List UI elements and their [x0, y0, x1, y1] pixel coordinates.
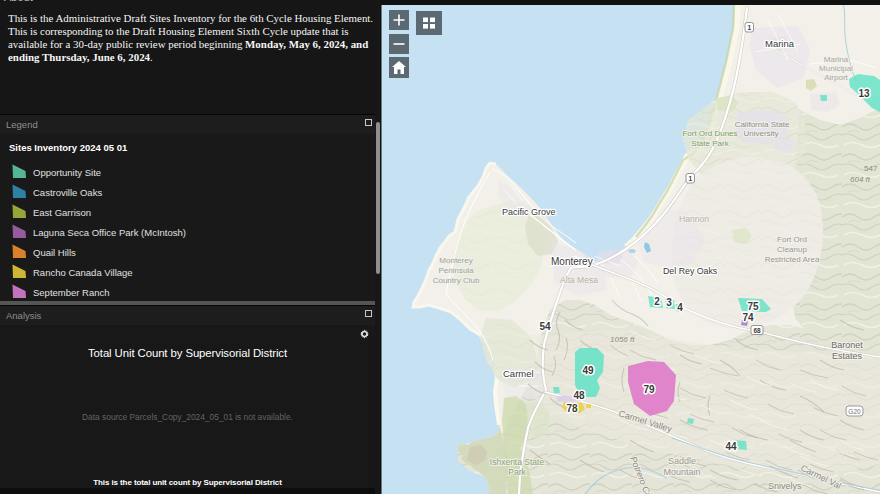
svg-text:Hannon: Hannon	[679, 214, 709, 224]
svg-text:1: 1	[747, 24, 751, 31]
svg-text:Snivelys: Snivelys	[768, 481, 802, 491]
svg-text:Del Rey Oaks: Del Rey Oaks	[663, 266, 718, 276]
svg-text:68: 68	[753, 327, 761, 334]
svg-text:44: 44	[725, 441, 737, 452]
svg-text:75: 75	[747, 301, 759, 312]
svg-text:2: 2	[654, 296, 660, 307]
svg-text:79: 79	[643, 384, 655, 395]
svg-text:49: 49	[582, 365, 594, 376]
svg-text:74: 74	[742, 312, 754, 323]
svg-text:Alta Mesa: Alta Mesa	[560, 275, 598, 285]
svg-text:Marina: Marina	[765, 38, 795, 49]
svg-text:Pacific Grove: Pacific Grove	[502, 207, 556, 217]
svg-text:604 ft: 604 ft	[850, 175, 871, 184]
svg-text:Monterey: Monterey	[551, 256, 593, 267]
svg-text:4: 4	[677, 302, 683, 313]
svg-text:78: 78	[566, 403, 578, 414]
svg-text:13: 13	[858, 88, 870, 99]
svg-text:SaddleMountain: SaddleMountain	[663, 456, 700, 477]
svg-text:1056 ft: 1056 ft	[610, 335, 635, 344]
svg-text:BaronetEstates: BaronetEstates	[831, 340, 863, 361]
svg-text:3: 3	[666, 297, 672, 308]
svg-text:48: 48	[573, 390, 585, 401]
svg-text:G20: G20	[848, 408, 861, 415]
svg-text:54: 54	[539, 321, 551, 332]
svg-text:547: 547	[864, 164, 878, 173]
svg-text:1: 1	[688, 175, 692, 182]
svg-text:Carmel: Carmel	[503, 368, 534, 379]
